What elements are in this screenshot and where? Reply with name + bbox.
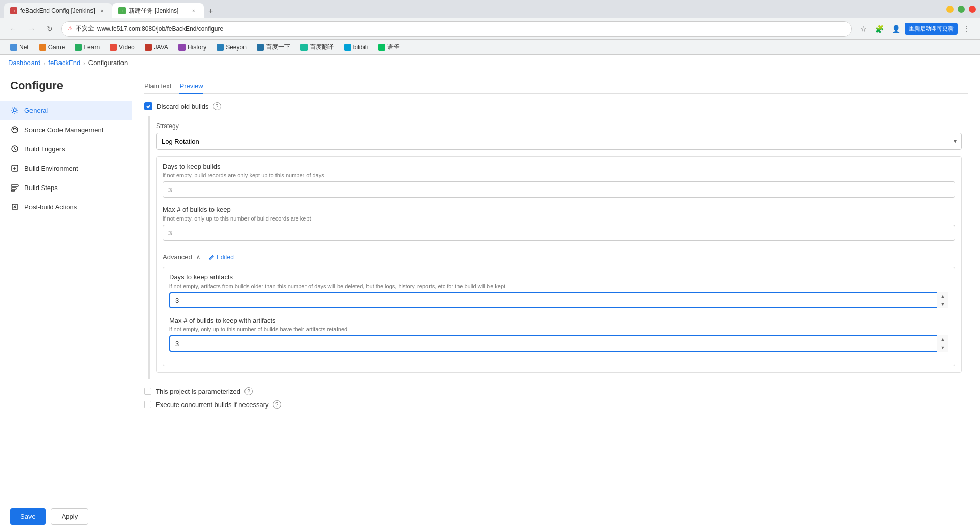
breadcrumb-dashboard[interactable]: Dashboard xyxy=(8,59,41,67)
build-options: Days to keep builds if not empty, build … xyxy=(156,156,962,373)
tab-preview[interactable]: Preview xyxy=(179,79,203,94)
save-button[interactable]: Save xyxy=(10,508,46,525)
sidebar-item-source-code[interactable]: Source Code Management xyxy=(0,120,132,139)
window-close-button[interactable] xyxy=(969,6,976,13)
max-builds-label: Max # of builds to keep xyxy=(163,206,955,213)
bookmark-seeyon-icon xyxy=(217,44,224,51)
profile-icon[interactable]: 👤 xyxy=(889,22,903,36)
bookmark-game[interactable]: Game xyxy=(35,43,69,52)
days-artifacts-spinner-buttons: ▲ ▼ xyxy=(937,292,948,308)
sidebar-item-build-steps[interactable]: Build Steps xyxy=(0,178,132,197)
days-to-keep-group: Days to keep builds if not empty, build … xyxy=(163,163,955,198)
tab-1-close[interactable]: × xyxy=(98,7,106,15)
bookmark-baidu[interactable]: 百度一下 xyxy=(253,42,294,52)
bookmark-history[interactable]: History xyxy=(174,43,210,52)
general-icon xyxy=(10,106,19,115)
bookmark-video[interactable]: Video xyxy=(106,43,138,52)
concurrent-help-icon[interactable]: ? xyxy=(273,400,281,409)
max-artifacts-decrement-button[interactable]: ▼ xyxy=(937,343,948,352)
bookmark-bilibili[interactable]: bilibili xyxy=(340,43,372,52)
bookmark-game-label: Game xyxy=(48,44,65,51)
post-build-icon xyxy=(10,202,19,211)
days-to-keep-input[interactable] xyxy=(163,181,955,198)
tab-2-title: 新建任务 [Jenkins] xyxy=(129,7,187,15)
source-code-icon xyxy=(10,125,19,134)
bookmark-bilibili-label: bilibili xyxy=(353,44,368,51)
bookmark-baidu-label: 百度一下 xyxy=(266,43,290,51)
discard-old-builds-help-icon[interactable]: ? xyxy=(213,102,221,110)
svg-point-0 xyxy=(13,109,16,112)
bookmark-learn-label: Learn xyxy=(84,44,100,51)
advanced-toggle[interactable]: Advanced ∧ Edited xyxy=(163,249,955,265)
bookmark-seeyon-label: Seeyon xyxy=(226,44,247,51)
sidebar-item-general[interactable]: General xyxy=(0,101,132,120)
sidebar: Configure General Source Code xyxy=(0,71,132,531)
window-minimize-button[interactable] xyxy=(946,6,954,13)
parameterized-label: This project is parameterized xyxy=(156,388,240,395)
concurrent-checkbox[interactable] xyxy=(144,401,151,408)
refresh-button[interactable]: ↻ xyxy=(43,22,57,36)
tab-2-close[interactable]: × xyxy=(190,7,198,15)
max-artifacts-increment-button[interactable]: ▲ xyxy=(937,335,948,343)
build-environment-icon xyxy=(10,164,19,173)
sidebar-item-source-code-label: Source Code Management xyxy=(24,126,103,134)
extensions-icon[interactable]: 🧩 xyxy=(872,22,886,36)
parameterized-checkbox[interactable] xyxy=(144,388,151,395)
advanced-content: Days to keep artifacts if not empty, art… xyxy=(163,267,955,366)
breadcrumb-sep-1: › xyxy=(44,60,46,66)
max-builds-group: Max # of builds to keep if not empty, on… xyxy=(163,206,955,241)
address-bar[interactable]: ⚠ 不安全 www.fe517.com:8080/job/feBackEnd/c… xyxy=(61,21,852,37)
new-tab-button[interactable]: + xyxy=(204,4,218,18)
advanced-chevron-icon: ∧ xyxy=(196,254,200,260)
days-to-keep-hint: if not empty, build records are only kep… xyxy=(163,172,955,178)
max-builds-hint: if not empty, only up to this number of … xyxy=(163,215,955,222)
menu-icon[interactable]: ⋮ xyxy=(960,22,974,36)
bookmark-baidu-translate-icon xyxy=(300,44,308,51)
parameterized-help-icon[interactable]: ? xyxy=(244,387,253,395)
tab-1-title: feBackEnd Config [Jenkins] xyxy=(20,7,95,14)
sidebar-item-build-triggers[interactable]: Build Triggers xyxy=(0,139,132,159)
browser-tab-2[interactable]: J 新建任务 [Jenkins] × xyxy=(112,3,204,18)
days-artifacts-input[interactable] xyxy=(169,292,948,308)
apply-button[interactable]: Apply xyxy=(51,508,89,525)
security-icon: ⚠ xyxy=(68,25,73,32)
breadcrumb-febackend[interactable]: feBackEnd xyxy=(48,59,80,67)
bookmark-seeyon[interactable]: Seeyon xyxy=(212,43,251,52)
tab-plain-text[interactable]: Plain text xyxy=(144,79,171,94)
discard-old-builds-row: Discard old builds ? xyxy=(144,102,968,110)
bookmarks-bar: Net Game Learn Video JAVA History Seeyon xyxy=(0,40,980,55)
days-artifacts-increment-button[interactable]: ▲ xyxy=(937,292,948,300)
bookmark-net[interactable]: Net xyxy=(6,43,33,52)
sidebar-item-post-build[interactable]: Post-build Actions xyxy=(0,197,132,216)
sidebar-item-build-triggers-label: Build Triggers xyxy=(24,145,65,153)
bookmark-learn[interactable]: Learn xyxy=(71,43,104,52)
back-button[interactable]: ← xyxy=(6,22,20,36)
browser-tab-1[interactable]: J feBackEnd Config [Jenkins] × xyxy=(4,3,112,18)
max-artifacts-input[interactable] xyxy=(169,335,948,352)
strategy-select[interactable]: Log Rotation xyxy=(156,133,962,150)
sidebar-item-build-environment[interactable]: Build Environment xyxy=(0,159,132,178)
window-maximize-button[interactable] xyxy=(958,6,965,13)
sidebar-item-build-environment-label: Build Environment xyxy=(24,165,78,172)
url-text: www.fe517.com:8080/job/feBackEnd/configu… xyxy=(97,25,223,33)
discard-old-builds-checkbox[interactable] xyxy=(144,102,152,110)
bookmark-java[interactable]: JAVA xyxy=(141,43,172,52)
bookmark-baidu-translate-label: 百度翻译 xyxy=(310,43,334,51)
forward-button[interactable]: → xyxy=(24,22,39,36)
strategy-select-wrapper: Log Rotation ▾ xyxy=(156,133,962,150)
restart-button[interactable]: 重新启动即可更新 xyxy=(905,23,958,35)
bookmark-java-label: JAVA xyxy=(154,44,168,51)
bookmark-yuque[interactable]: 语雀 xyxy=(374,42,404,52)
max-builds-input[interactable] xyxy=(163,225,955,241)
bookmark-icon[interactable]: ☆ xyxy=(856,22,870,36)
bookmark-baidu-translate[interactable]: 百度翻译 xyxy=(296,42,338,52)
days-artifacts-group: Days to keep artifacts if not empty, art… xyxy=(169,273,948,308)
build-steps-icon xyxy=(10,183,19,192)
build-triggers-icon xyxy=(10,144,19,153)
parameterized-row: This project is parameterized ? xyxy=(144,387,968,395)
bookmark-bilibili-icon xyxy=(344,44,351,51)
days-artifacts-hint: if not empty, artifacts from builds olde… xyxy=(169,283,948,289)
svg-rect-4 xyxy=(11,185,18,186)
days-artifacts-decrement-button[interactable]: ▼ xyxy=(937,300,948,308)
breadcrumb: Dashboard › feBackEnd › Configuration xyxy=(0,55,980,71)
